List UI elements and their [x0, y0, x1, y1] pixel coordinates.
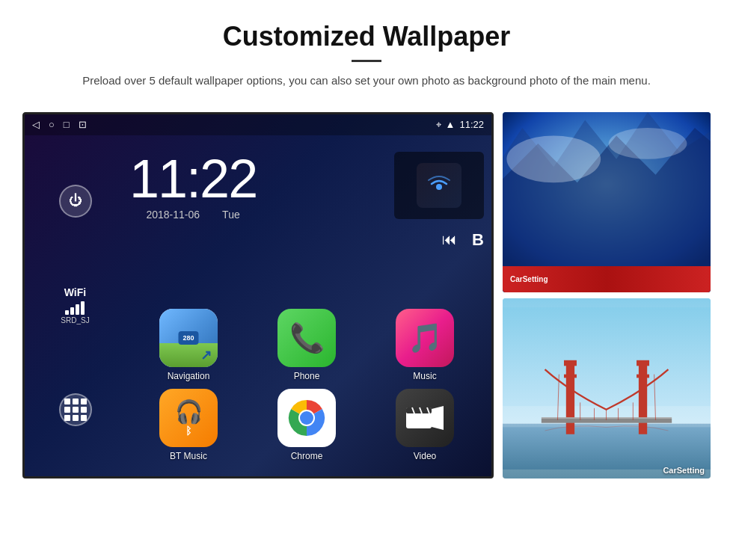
wifi-ssid: SRD_SJ [61, 316, 89, 324]
media-letter-b: B [472, 230, 484, 250]
page-subtitle: Preload over 5 default wallpaper options… [60, 73, 673, 90]
android-screen: ◁ ○ □ ⊡ ⌖ ▲ 11:22 ⏻ WiFi [22, 112, 494, 479]
music-label: Music [413, 371, 436, 381]
main-content: ◁ ○ □ ⊡ ⌖ ▲ 11:22 ⏻ WiFi [0, 103, 733, 479]
status-left: ◁ ○ □ ⊡ [32, 119, 87, 130]
svg-rect-16 [503, 423, 711, 469]
power-button[interactable]: ⏻ [59, 185, 92, 218]
app-item-video[interactable]: Video [369, 389, 480, 461]
apps-grid-icon [64, 399, 87, 421]
car-setting-strip: CarSetting [503, 266, 711, 292]
wifi-bar-1 [65, 310, 69, 315]
navigation-label: Navigation [168, 371, 210, 381]
title-divider [352, 60, 381, 62]
app-item-bt-music[interactable]: 🎧 ᛒ BT Music [133, 389, 244, 461]
app-item-music[interactable]: 🎵 Music [369, 309, 480, 381]
chrome-icon [277, 389, 336, 447]
gps-icon: ⌖ [436, 119, 441, 131]
music-icon: 🎵 [396, 309, 454, 367]
svg-rect-23 [637, 374, 649, 378]
bridge-scene [503, 298, 711, 479]
video-label: Video [414, 451, 436, 461]
wifi-bar-4 [81, 301, 85, 315]
android-left-sidebar: ⏻ WiFi SRD_SJ [25, 135, 126, 476]
notif-widget [394, 152, 484, 219]
panel-top: CarSetting [503, 112, 711, 292]
clock-day-value: Tue [222, 209, 240, 221]
svg-rect-22 [564, 374, 577, 378]
wifi-bars [61, 300, 89, 315]
status-time: 11:22 [459, 119, 484, 130]
svg-point-3 [300, 411, 313, 425]
video-icon [396, 389, 454, 447]
car-setting-label-bottom: CarSetting [663, 466, 705, 475]
svg-point-13 [506, 135, 601, 182]
status-right: ⌖ ▲ 11:22 [436, 119, 484, 131]
chrome-label: Chrome [291, 451, 323, 461]
screenshot-icon[interactable]: ⊡ [79, 119, 87, 130]
clock-time: 11:22 [129, 152, 257, 206]
nav-shield-label: 280 [178, 331, 198, 345]
wifi-bar-2 [70, 307, 74, 315]
panel-bottom: CarSetting [503, 298, 711, 479]
svg-rect-20 [564, 360, 577, 366]
navigation-icon: 280 ↗ [159, 309, 218, 367]
car-setting-label-top: CarSetting [510, 275, 548, 283]
wifi-widget: WiFi SRD_SJ [61, 286, 89, 324]
status-bar: ◁ ○ □ ⊡ ⌖ ▲ 11:22 [25, 114, 491, 135]
phone-icon: 📞 [277, 309, 336, 367]
svg-point-14 [609, 127, 687, 159]
power-icon: ⏻ [69, 193, 82, 209]
clock-area: 11:22 2018-11-06 Tue [129, 152, 257, 221]
page-wrapper: Customized Wallpaper Preload over 5 defa… [0, 0, 733, 479]
app-item-chrome[interactable]: Chrome [251, 389, 362, 461]
clock-date-value: 2018-11-06 [146, 209, 200, 221]
skip-prev-icon[interactable]: ⏮ [442, 231, 457, 248]
page-header: Customized Wallpaper Preload over 5 defa… [0, 0, 733, 103]
apps-button[interactable] [59, 393, 92, 426]
app-item-navigation[interactable]: 280 ↗ Navigation [133, 309, 244, 381]
media-controls: ⏮ B [442, 230, 484, 250]
clock-date: 2018-11-06 Tue [129, 209, 257, 221]
phone-label: Phone [294, 371, 320, 381]
wifi-signal-icon [417, 163, 461, 208]
home-icon[interactable]: ○ [49, 119, 55, 130]
app-grid: 280 ↗ Navigation 📞 Phone 🎵 [129, 309, 484, 461]
bt-music-icon: 🎧 ᛒ [159, 389, 218, 447]
svg-rect-21 [637, 360, 649, 366]
wifi-label: WiFi [61, 286, 89, 298]
bt-music-label: BT Music [170, 451, 207, 461]
right-panels: CarSetting [503, 112, 711, 479]
svg-point-0 [436, 184, 442, 190]
signal-icon: ▲ [446, 119, 456, 130]
wifi-bar-3 [76, 304, 79, 315]
recents-icon[interactable]: □ [64, 119, 70, 130]
back-icon[interactable]: ◁ [32, 119, 40, 130]
svg-marker-5 [432, 406, 444, 430]
nav-arrow-icon: ↗ [200, 347, 212, 363]
app-item-phone[interactable]: 📞 Phone [251, 309, 362, 381]
page-title: Customized Wallpaper [60, 21, 673, 52]
